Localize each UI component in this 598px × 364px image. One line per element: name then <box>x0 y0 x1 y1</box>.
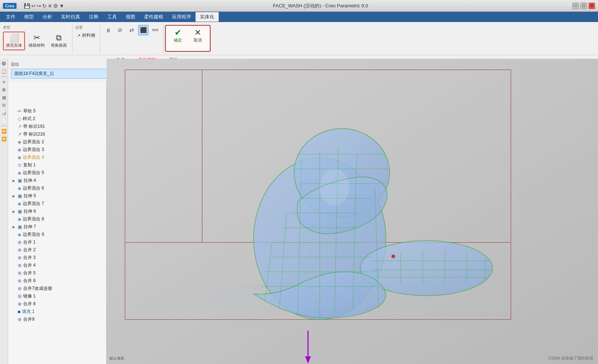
tree-item-mirror1[interactable]: ⊞ 镜像 1 <box>8 292 106 300</box>
item-label: 边界混合 5 <box>23 170 44 176</box>
replace-surface-button[interactable]: ⧉ 替换曲面 <box>49 32 69 50</box>
tree-item-blend3[interactable]: ◈ 边界混合 3 <box>8 146 106 154</box>
undo-icon[interactable]: ↩ <box>31 3 36 9</box>
tree-item-extrude7[interactable]: ▶ ▣ 拉伸 7 <box>8 223 106 231</box>
close-icon[interactable]: ✕ <box>48 3 52 9</box>
tree-item-copy1[interactable]: ⊙ 复制 1 <box>8 161 106 169</box>
left-tool-1[interactable]: ⚙ <box>1 60 7 67</box>
tree-item-merge4[interactable]: ⊕ 合并 4 <box>8 262 106 269</box>
close-button[interactable]: ✕ <box>588 3 595 9</box>
extrude-icon: ▣ <box>18 178 22 183</box>
confirm-label: 确定 <box>174 37 182 43</box>
item-label: 拉伸 7 <box>24 224 36 230</box>
extrude-icon: ▣ <box>18 209 22 214</box>
tree-item-blend5[interactable]: ◈ 边界混合 5 <box>8 169 106 177</box>
left-tool-2[interactable]: 📋 <box>1 68 7 75</box>
blend-icon: ◈ <box>18 147 21 152</box>
tool-buttons-row: ⏸ ⊘ ⇄ ⬛ 👓 <box>103 25 160 35</box>
item-label: 拉伸 5 <box>24 193 36 199</box>
highlight-button[interactable]: ⬛ <box>138 25 148 35</box>
tree-item-merge1[interactable]: ⊕ 合并 1 <box>8 238 106 246</box>
divider2 <box>1 126 7 126</box>
tree-item-blend4[interactable]: ◈ 边界混合 4 <box>8 154 106 161</box>
regen-icon[interactable]: ↻ <box>42 3 47 9</box>
menu-applications[interactable]: 应用程序 <box>168 12 196 22</box>
face-group-item[interactable]: 面组16:F42(填充_1) <box>11 69 112 79</box>
ribbon-tools-group: ⏸ ⊘ ⇄ ⬛ 👓 <box>100 24 164 53</box>
pause-button[interactable]: ⏸ <box>103 25 113 35</box>
flip-button[interactable]: ⇄ <box>126 25 137 35</box>
save-icon[interactable]: 💾 <box>24 3 30 9</box>
tree-item-merge8[interactable]: ⊕ 合并 8 <box>8 300 106 308</box>
tree-item-merge5[interactable]: ⊕ 合并 5 <box>8 269 106 277</box>
menu-annotation[interactable]: 注释 <box>85 12 103 22</box>
menu-flexible-modeling[interactable]: 柔性建模 <box>140 12 168 22</box>
tree-item-merge9[interactable]: ⊕ 合并9 <box>8 316 106 323</box>
confirm-button[interactable]: ✔ 确定 <box>169 27 187 44</box>
tree-item-blend7[interactable]: ◈ 边界混合 7 <box>8 200 106 208</box>
tree-item-tag191[interactable]: ↗ 带 标识191 <box>8 123 106 130</box>
left-tool-7[interactable]: 📊 <box>1 109 7 116</box>
watermark: CSDN @谁偷了我的奶茶 <box>549 356 594 361</box>
merge-icon: ⊕ <box>18 317 22 322</box>
merge-icon: ⊕ <box>18 270 22 276</box>
tree-item-fill1[interactable]: ■ 填充 1 <box>8 308 106 316</box>
tree-item-merge2[interactable]: ⊕ 合并 2 <box>8 246 106 254</box>
left-tool-3[interactable]: ≡ <box>1 79 7 85</box>
tree-item-extrude5[interactable]: ▶ ▣ 拉伸 5 <box>8 192 106 200</box>
material-side-button[interactable]: ↗ 材料侧 <box>75 32 97 39</box>
ribbon-settings-group: 设置 ↗ 材料侧 <box>72 24 100 53</box>
tree-item-tag216[interactable]: ↗ 带 标识216 <box>8 130 106 138</box>
tree-item-merge6[interactable]: ⊕ 合并 6 <box>8 277 106 285</box>
menu-model[interactable]: 模型 <box>20 12 38 22</box>
stop-button[interactable]: ⊘ <box>115 25 125 35</box>
tree-item-extrude4[interactable]: ▶ ▣ 拉伸 4 <box>8 177 106 184</box>
minimize-button[interactable]: ─ <box>572 3 579 9</box>
menu-file[interactable]: 文件 <box>1 12 20 22</box>
tree-item-extrude6[interactable]: ▶ ▣ 拉伸 6 <box>8 208 106 215</box>
item-label: 拉伸 6 <box>24 208 36 215</box>
item-label: 合并 3 <box>23 255 36 261</box>
item-label: 带 标识191 <box>23 123 45 130</box>
menu-simulation[interactable]: 实时仿真 <box>57 12 85 22</box>
left-tool-8[interactable]: 📄 <box>1 117 7 124</box>
tree-item-blend8[interactable]: ◈ 边界混合 8 <box>8 215 106 223</box>
left-tool-10[interactable]: ⏩ <box>1 136 7 142</box>
tree-item-sketch5[interactable]: ✏ 草绘 5 <box>8 107 106 115</box>
blend-icon: ◈ <box>18 185 21 191</box>
menu-tools[interactable]: 工具 <box>103 12 121 22</box>
left-tool-6[interactable]: ⊡ <box>1 102 7 108</box>
item-label: 镜像 1 <box>23 293 36 299</box>
style-icon: ◇ <box>18 116 21 122</box>
menu-solidify[interactable]: 实体化 <box>196 12 219 22</box>
fill-solid-button[interactable]: ⬜ 填充实体 <box>3 32 25 50</box>
settings-icon[interactable]: ⚙ <box>53 3 58 9</box>
more-icon[interactable]: ▼ <box>59 3 64 9</box>
tree-item-merge7-connect[interactable]: ⊕ 合并7改成连接 <box>8 285 106 292</box>
item-label: 合并 2 <box>23 247 36 253</box>
blend-icon: ◈ <box>18 155 21 160</box>
left-tool-9[interactable]: ⏩ <box>1 128 7 134</box>
menubar: 文件 模型 分析 实时仿真 注释 工具 视图 柔性建模 应用程序 实体化 <box>0 12 598 22</box>
model-viewport[interactable] <box>107 59 598 364</box>
left-tool-5[interactable]: ▤ <box>1 94 7 101</box>
cancel-button[interactable]: ✕ 取消 <box>189 27 207 44</box>
tree-item-blend6[interactable]: ◈ 边界混合 6 <box>8 184 106 192</box>
tree-item-blend2[interactable]: ◈ 边界混合 2 <box>8 138 106 146</box>
glasses-button[interactable]: 👓 <box>150 25 160 35</box>
remove-material-button[interactable]: ✂ 移除材料 <box>26 32 47 50</box>
blend-icon: ◈ <box>18 170 21 176</box>
merge-icon: ⊕ <box>18 239 22 245</box>
tree-item-style2[interactable]: ◇ 样式 2 <box>8 115 106 123</box>
tree-item-blend9[interactable]: ◈ 边界混合 9 <box>8 231 106 238</box>
maximize-button[interactable]: □ <box>580 3 587 9</box>
redo-icon[interactable]: ↪ <box>37 3 41 9</box>
left-tool-4[interactable]: ⊞ <box>1 86 7 93</box>
remove-material-label: 移除材料 <box>29 43 45 48</box>
tree-item-merge3[interactable]: ⊕ 合并 3 <box>8 254 106 262</box>
viewport[interactable]: 🔎 ➕ ➖ ◻ ↻ ⬜ ⬛ 🖥 📐 ⊞ ✥ ⊙ 🔲 △ ⏸ ▷ <box>107 59 598 364</box>
merge-icon: ⊕ <box>18 278 22 284</box>
menu-view[interactable]: 视图 <box>121 12 140 22</box>
menu-analysis[interactable]: 分析 <box>38 12 57 22</box>
tag-icon: ↗ <box>18 131 22 137</box>
